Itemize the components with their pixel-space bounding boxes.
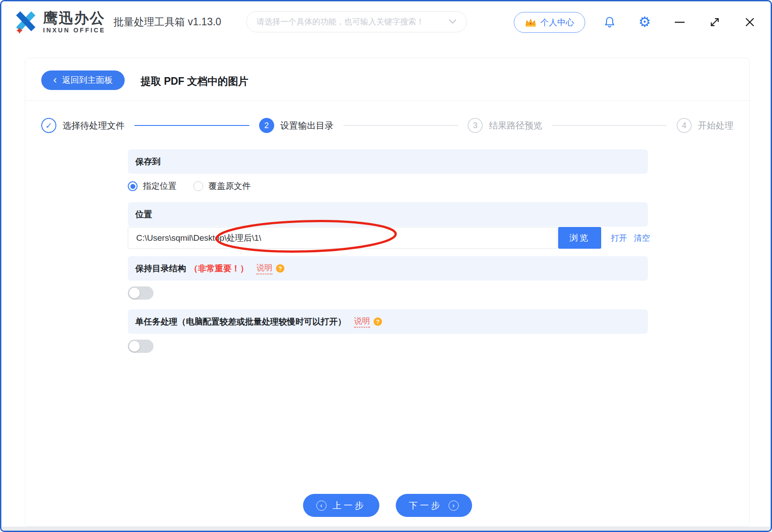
radio-specified-location[interactable]: 指定位置 bbox=[128, 180, 177, 192]
app-title: 批量处理工具箱 v1.13.0 bbox=[114, 15, 221, 29]
app-subname: INXUN OFFICE bbox=[43, 27, 106, 33]
toggle-knob bbox=[129, 341, 140, 352]
function-search-select[interactable]: 请选择一个具体的功能，也可输入关键字搜索！ bbox=[246, 11, 467, 32]
step-connector bbox=[134, 125, 249, 126]
previous-step-button[interactable]: ‹ 上一步 bbox=[303, 494, 379, 517]
single-task-title: 单任务处理（电脑配置较差或批量处理较慢时可以打开） bbox=[135, 316, 346, 328]
page-title: 提取 PDF 文档中的图片 bbox=[141, 74, 248, 88]
step-label: 设置输出目录 bbox=[280, 120, 334, 132]
system-icons: ⚙ bbox=[603, 1, 756, 43]
app-name: 鹰迅办公 bbox=[43, 11, 106, 25]
back-to-dashboard-button[interactable]: ‹ 返回到主面板 bbox=[41, 70, 125, 90]
logo-x-icon bbox=[13, 9, 39, 35]
keep-structure-help-link[interactable]: 说明 bbox=[256, 262, 272, 274]
output-path-input[interactable] bbox=[128, 227, 557, 249]
step-start-processing[interactable]: 4 开始处理 bbox=[677, 118, 733, 133]
notification-bell-icon[interactable] bbox=[603, 16, 616, 29]
logo-wordmark: 鹰迅办公 INXUN OFFICE bbox=[43, 11, 106, 33]
window-bottom-strip bbox=[1, 527, 771, 531]
open-folder-link[interactable]: 打开 bbox=[611, 233, 627, 243]
wizard-footer: ‹ 上一步 下一步 › bbox=[25, 494, 749, 517]
step-label: 开始处理 bbox=[698, 120, 733, 132]
keep-structure-toggle[interactable] bbox=[128, 286, 154, 300]
step-result-preview[interactable]: 3 结果路径预览 bbox=[468, 118, 542, 133]
keep-structure-section-header: 保持目录结构 （非常重要！） 说明 ? bbox=[128, 256, 648, 281]
main-panel: ‹ 返回到主面板 提取 PDF 文档中的图片 ✓ 选择待处理文件 2 设置输出目… bbox=[25, 58, 750, 527]
previous-step-label: 上一步 bbox=[333, 500, 366, 512]
question-mark-icon[interactable]: ? bbox=[374, 317, 382, 326]
step-connector bbox=[552, 125, 667, 126]
step-label: 结果路径预览 bbox=[489, 120, 542, 132]
radio-label: 覆盖原文件 bbox=[209, 180, 251, 192]
next-step-label: 下一步 bbox=[409, 500, 442, 512]
chevron-down-icon bbox=[449, 19, 457, 24]
header-divider bbox=[25, 100, 749, 101]
close-button[interactable] bbox=[743, 16, 756, 29]
step-check-icon: ✓ bbox=[41, 118, 56, 133]
location-title: 位置 bbox=[135, 209, 152, 220]
top-bar: 鹰迅办公 INXUN OFFICE 批量处理工具箱 v1.13.0 请选择一个具… bbox=[1, 1, 771, 43]
wizard-stepper: ✓ 选择待处理文件 2 设置输出目录 3 结果路径预览 4 开始处理 bbox=[41, 116, 733, 135]
minimize-button[interactable] bbox=[673, 16, 686, 29]
app-logo: 鹰迅办公 INXUN OFFICE bbox=[13, 9, 106, 35]
step-number: 4 bbox=[677, 118, 692, 133]
step-label: 选择待处理文件 bbox=[63, 120, 125, 132]
step-connector bbox=[343, 125, 458, 126]
radio-label: 指定位置 bbox=[143, 180, 177, 192]
app-window: 鹰迅办公 INXUN OFFICE 批量处理工具箱 v1.13.0 请选择一个具… bbox=[0, 0, 772, 532]
save-to-title: 保存到 bbox=[135, 156, 161, 168]
step-output-dir[interactable]: 2 设置输出目录 bbox=[259, 118, 334, 133]
single-task-help-link[interactable]: 说明 bbox=[354, 316, 370, 328]
question-mark-icon[interactable]: ? bbox=[276, 264, 284, 273]
circle-chevron-right-icon: › bbox=[449, 501, 459, 511]
radio-unselected-icon bbox=[193, 181, 203, 191]
user-center-label: 个人中心 bbox=[540, 17, 574, 28]
clear-path-link[interactable]: 清空 bbox=[634, 233, 650, 243]
browse-button[interactable]: 浏览 bbox=[558, 227, 601, 249]
save-to-options: 指定位置 覆盖原文件 bbox=[128, 179, 251, 194]
location-section-header: 位置 bbox=[128, 202, 648, 227]
search-placeholder: 请选择一个具体的功能，也可输入关键字搜索！ bbox=[256, 16, 449, 27]
toggle-knob bbox=[129, 288, 140, 298]
single-task-section-header: 单任务处理（电脑配置较差或批量处理较慢时可以打开） 说明 ? bbox=[128, 309, 648, 334]
important-note: （非常重要！） bbox=[189, 263, 248, 274]
back-button-label: 返回到主面板 bbox=[62, 74, 113, 86]
keep-structure-title: 保持目录结构 bbox=[135, 263, 186, 274]
maximize-resize-button[interactable] bbox=[708, 16, 721, 29]
step-number: 2 bbox=[259, 118, 274, 133]
step-select-files[interactable]: ✓ 选择待处理文件 bbox=[41, 118, 125, 133]
step-number: 3 bbox=[468, 118, 483, 133]
circle-chevron-left-icon: ‹ bbox=[316, 501, 327, 511]
radio-selected-icon bbox=[128, 181, 138, 191]
radio-overwrite-original[interactable]: 覆盖原文件 bbox=[193, 180, 251, 192]
output-path-row: 浏览 打开 清空 bbox=[128, 227, 650, 249]
chevron-left-icon: ‹ bbox=[53, 74, 57, 85]
next-step-button[interactable]: 下一步 › bbox=[396, 494, 472, 517]
crown-icon bbox=[525, 18, 536, 27]
user-center-button[interactable]: 个人中心 bbox=[514, 12, 585, 33]
single-task-toggle[interactable] bbox=[128, 340, 154, 353]
save-to-section-header: 保存到 bbox=[128, 149, 648, 174]
settings-gear-icon[interactable]: ⚙ bbox=[638, 16, 651, 29]
